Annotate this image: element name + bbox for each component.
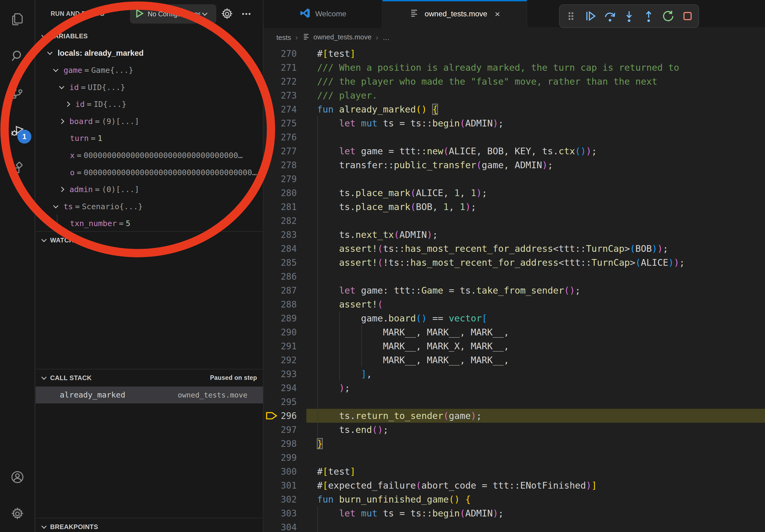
line-number[interactable]: 273 bbox=[280, 90, 297, 101]
code-line-text[interactable]: ts.next_tx(ADMIN); bbox=[307, 228, 765, 242]
gutter-glyph-margin[interactable] bbox=[264, 325, 280, 339]
scope-row[interactable]: locals: already_marked bbox=[36, 45, 263, 62]
code-line-text[interactable]: #[test] bbox=[307, 464, 765, 478]
line-number[interactable]: 297 bbox=[280, 424, 297, 435]
call-stack-section-header[interactable]: CALL STACK Paused on step bbox=[36, 370, 263, 387]
variables-section-header[interactable]: VARIABLES bbox=[36, 28, 263, 45]
line-number[interactable]: 281 bbox=[280, 202, 297, 212]
code-line-text[interactable]: ts.end(); bbox=[307, 423, 765, 437]
debug-settings-gear-button[interactable] bbox=[221, 8, 234, 20]
code-line-text[interactable]: assert!( bbox=[307, 297, 765, 311]
gutter-glyph-margin[interactable] bbox=[264, 186, 280, 200]
line-number[interactable]: 282 bbox=[280, 216, 297, 226]
gutter-glyph-margin[interactable] bbox=[264, 464, 280, 478]
activity-item-source-control[interactable] bbox=[0, 75, 35, 112]
gutter-glyph-margin[interactable] bbox=[264, 228, 280, 242]
line-number[interactable]: 274 bbox=[280, 104, 297, 115]
gutter-glyph-margin[interactable] bbox=[264, 492, 280, 506]
code-line-text[interactable] bbox=[307, 172, 765, 186]
code-line-text[interactable] bbox=[307, 130, 765, 144]
code-line-text[interactable]: let mut ts = ts::begin(ADMIN); bbox=[307, 116, 765, 130]
variable-row[interactable]: o = 000000000000000000000000000000000000… bbox=[36, 164, 263, 181]
code-line-text[interactable]: assert!(ts::has_most_recent_for_address<… bbox=[307, 242, 765, 256]
tab-welcome[interactable]: Welcome bbox=[264, 0, 382, 28]
step-over-button[interactable] bbox=[601, 8, 618, 24]
code-line-text[interactable] bbox=[307, 520, 765, 532]
variable-row[interactable]: ts = Scenario{...} bbox=[36, 198, 263, 215]
line-number[interactable]: 280 bbox=[280, 188, 297, 198]
line-number[interactable]: 276 bbox=[280, 132, 297, 142]
code-line-text[interactable] bbox=[307, 214, 765, 228]
breadcrumb-item[interactable]: tests bbox=[276, 34, 291, 42]
variable-row[interactable]: x = 000000000000000000000000000000000… bbox=[36, 147, 263, 164]
variable-row[interactable]: id = UID{...} bbox=[36, 79, 263, 96]
code-line-text[interactable] bbox=[307, 450, 765, 464]
gutter-glyph-margin[interactable] bbox=[264, 256, 280, 269]
gutter-glyph-margin[interactable] bbox=[264, 395, 280, 409]
gutter-glyph-margin[interactable] bbox=[264, 242, 280, 256]
code-editor[interactable]: 270#[test]271/// When a position is alre… bbox=[264, 47, 765, 532]
gutter-glyph-margin[interactable] bbox=[264, 297, 280, 311]
variable-row[interactable]: board = (9)[...] bbox=[36, 113, 263, 130]
line-number[interactable]: 291 bbox=[280, 341, 297, 352]
code-line-text[interactable]: fun burn_unfinished_game() { bbox=[307, 492, 765, 506]
tab-owned_tests-move[interactable]: owned_tests.move× bbox=[382, 0, 527, 28]
activity-item-search[interactable] bbox=[0, 37, 35, 75]
breadcrumb-item[interactable]: owned_tests.move bbox=[302, 32, 372, 43]
gutter-glyph-margin[interactable] bbox=[264, 506, 280, 520]
code-line-text[interactable]: #[test] bbox=[307, 47, 765, 61]
gutter-glyph-margin[interactable] bbox=[264, 520, 280, 532]
gutter-glyph-margin[interactable] bbox=[264, 381, 280, 395]
gutter-glyph-margin[interactable] bbox=[264, 283, 280, 297]
gutter-glyph-margin[interactable] bbox=[264, 75, 280, 89]
gutter-glyph-margin[interactable] bbox=[264, 89, 280, 102]
code-line-text[interactable]: MARK__, MARK__, MARK__, bbox=[307, 325, 765, 339]
line-number[interactable]: 279 bbox=[280, 174, 297, 184]
code-line-text[interactable]: assert!(!ts::has_most_recent_for_address… bbox=[307, 256, 765, 269]
line-number[interactable]: 303 bbox=[280, 508, 297, 519]
gutter-glyph-margin[interactable] bbox=[264, 61, 280, 75]
gutter-glyph-margin[interactable] bbox=[264, 144, 280, 158]
line-number[interactable]: 304 bbox=[280, 522, 297, 532]
line-number[interactable]: 277 bbox=[280, 146, 297, 156]
code-line-text[interactable]: MARK__, MARK__, MARK__, bbox=[307, 353, 765, 367]
line-number[interactable]: 271 bbox=[280, 62, 297, 73]
code-line-text[interactable]: /// the player who made the "false" move… bbox=[307, 75, 765, 89]
code-line-text[interactable] bbox=[307, 269, 765, 283]
line-number[interactable]: 285 bbox=[280, 257, 297, 268]
line-number[interactable]: 272 bbox=[280, 76, 297, 87]
code-line-text[interactable]: let game = ttt::new(ALICE, BOB, KEY, ts.… bbox=[307, 144, 765, 158]
activity-item-settings[interactable] bbox=[0, 495, 35, 532]
line-number[interactable]: 294 bbox=[280, 383, 297, 393]
gutter-glyph-margin[interactable] bbox=[264, 478, 280, 492]
line-number[interactable]: 296 bbox=[280, 411, 297, 421]
line-number[interactable]: 283 bbox=[280, 230, 297, 240]
line-number[interactable]: 278 bbox=[280, 160, 297, 170]
gutter-glyph-margin[interactable] bbox=[264, 158, 280, 172]
variable-row[interactable]: admin = (0)[...] bbox=[36, 181, 263, 198]
variable-row[interactable]: txn_number = 5 bbox=[36, 215, 263, 232]
code-line-text[interactable]: fun already_marked() { bbox=[307, 102, 765, 116]
more-actions-button[interactable] bbox=[240, 8, 253, 20]
code-line-text[interactable]: let game: ttt::Game = ts.take_from_sende… bbox=[307, 283, 765, 297]
breadcrumb-item[interactable]: … bbox=[382, 34, 389, 42]
code-line-text[interactable]: } bbox=[307, 437, 765, 450]
line-number[interactable]: 284 bbox=[280, 243, 297, 254]
activity-item-explorer[interactable] bbox=[0, 0, 35, 37]
line-number[interactable]: 302 bbox=[280, 494, 297, 505]
gutter-glyph-margin[interactable] bbox=[264, 200, 280, 214]
line-number[interactable]: 288 bbox=[280, 299, 297, 310]
code-line-text[interactable] bbox=[307, 395, 765, 409]
code-line-text[interactable]: ts.place_mark(ALICE, 1, 1); bbox=[307, 186, 765, 200]
debug-config-dropdown[interactable]: No Configurations bbox=[130, 4, 216, 24]
call-stack-frame[interactable]: already_markedowned_tests.move bbox=[36, 387, 263, 404]
step-out-button[interactable] bbox=[640, 8, 657, 24]
gutter-glyph-margin[interactable] bbox=[264, 130, 280, 144]
line-number[interactable]: 275 bbox=[280, 118, 297, 129]
code-line-text[interactable]: /// player. bbox=[307, 89, 765, 102]
close-icon[interactable]: × bbox=[495, 9, 500, 19]
line-number[interactable]: 286 bbox=[280, 271, 297, 282]
gutter-glyph-margin[interactable] bbox=[264, 437, 280, 450]
activity-item-accounts[interactable] bbox=[0, 459, 35, 495]
gutter-glyph-margin[interactable] bbox=[264, 311, 280, 325]
